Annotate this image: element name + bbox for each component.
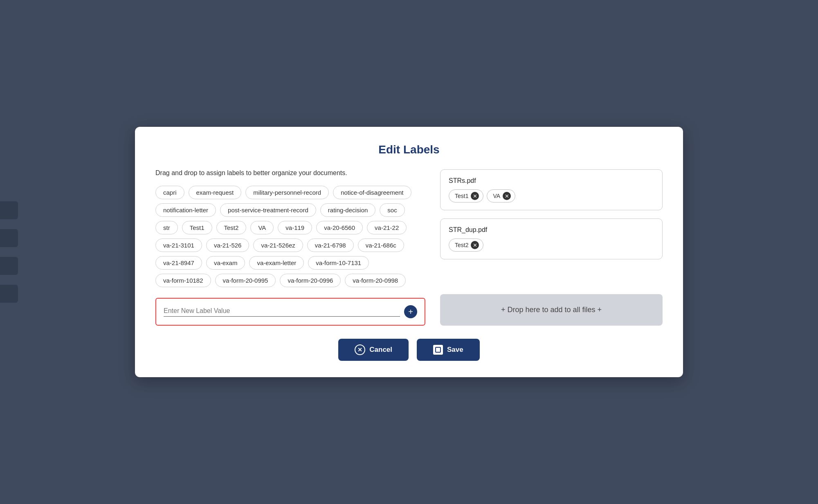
- remove-label-button[interactable]: ✕: [471, 241, 479, 249]
- file-card: STRs.pdfTest1✕VA✕: [440, 169, 663, 210]
- label-chip[interactable]: va-21-3101: [155, 239, 202, 252]
- label-chip[interactable]: VA: [250, 221, 274, 234]
- modal-body: Drag and drop to assign labels to better…: [155, 169, 663, 326]
- modal-footer: ✕ Cancel Save: [155, 339, 663, 361]
- label-chip[interactable]: va-20-6560: [316, 221, 363, 234]
- cancel-icon: ✕: [355, 344, 365, 355]
- label-chip[interactable]: soc: [380, 203, 405, 217]
- label-chip[interactable]: va-form-10182: [155, 274, 211, 287]
- cancel-button[interactable]: ✕ Cancel: [338, 339, 409, 361]
- cancel-label: Cancel: [369, 346, 392, 354]
- drop-all-zone[interactable]: + Drop here to add to all files +: [440, 294, 663, 326]
- edit-labels-modal: Edit Labels Drag and drop to assign labe…: [135, 127, 683, 377]
- remove-label-button[interactable]: ✕: [471, 192, 479, 200]
- label-chip[interactable]: va-21-526ez: [253, 239, 303, 252]
- label-chip[interactable]: va-21-6798: [307, 239, 354, 252]
- label-chip[interactable]: va-form-20-0998: [345, 274, 406, 287]
- label-chip[interactable]: exam-request: [189, 186, 242, 199]
- label-chip[interactable]: rating-decision: [320, 203, 376, 217]
- label-chip[interactable]: post-service-treatment-record: [220, 203, 316, 217]
- file-label-text: Test2: [455, 242, 468, 248]
- label-chip[interactable]: military-personnel-record: [245, 186, 329, 199]
- label-chip[interactable]: va-exam-letter: [249, 256, 304, 270]
- save-icon-inner: [435, 347, 441, 353]
- new-label-section: +: [155, 298, 425, 326]
- label-chip[interactable]: notice-of-disagreement: [333, 186, 411, 199]
- label-chip[interactable]: notification-letter: [155, 203, 216, 217]
- modal-overlay: Edit Labels Drag and drop to assign labe…: [0, 0, 818, 504]
- save-icon: [433, 345, 443, 355]
- label-chip[interactable]: Test2: [216, 221, 247, 234]
- label-chip[interactable]: str: [155, 221, 178, 234]
- file-name: STR_dup.pdf: [449, 226, 654, 234]
- file-name: STRs.pdf: [449, 177, 654, 184]
- save-label: Save: [447, 346, 463, 354]
- left-panel: Drag and drop to assign labels to better…: [155, 169, 425, 326]
- file-card: STR_dup.pdfTest2✕: [440, 218, 663, 259]
- label-chip[interactable]: va-form-10-7131: [308, 256, 369, 270]
- file-label-chip: VA✕: [487, 189, 515, 202]
- save-button[interactable]: Save: [417, 339, 480, 361]
- instructions-text: Drag and drop to assign labels to better…: [155, 169, 425, 177]
- file-labels: Test1✕VA✕: [449, 189, 654, 202]
- add-label-button[interactable]: +: [404, 305, 417, 318]
- label-chip[interactable]: va-exam: [206, 256, 245, 270]
- label-chip[interactable]: va-21-686c: [358, 239, 404, 252]
- label-chip[interactable]: va-21-22: [367, 221, 407, 234]
- file-label-chip: Test1✕: [449, 189, 483, 202]
- label-chip[interactable]: va-21-8947: [155, 256, 202, 270]
- file-label-chip: Test2✕: [449, 239, 483, 252]
- file-labels: Test2✕: [449, 239, 654, 252]
- file-label-text: Test1: [455, 193, 468, 199]
- label-chip[interactable]: va-form-20-0995: [215, 274, 276, 287]
- label-chip[interactable]: va-form-20-0996: [280, 274, 341, 287]
- new-label-input[interactable]: [164, 307, 400, 317]
- label-chip[interactable]: capri: [155, 186, 184, 199]
- label-chip[interactable]: va-119: [278, 221, 312, 234]
- modal-title: Edit Labels: [155, 143, 663, 156]
- labels-grid: capriexam-requestmilitary-personnel-reco…: [155, 186, 425, 287]
- right-panel: STRs.pdfTest1✕VA✕STR_dup.pdfTest2✕+ Drop…: [440, 169, 663, 326]
- label-chip[interactable]: va-21-526: [206, 239, 249, 252]
- sidebar-decoration: [0, 201, 18, 303]
- file-label-text: VA: [493, 193, 500, 199]
- label-chip[interactable]: Test1: [182, 221, 212, 234]
- remove-label-button[interactable]: ✕: [503, 192, 511, 200]
